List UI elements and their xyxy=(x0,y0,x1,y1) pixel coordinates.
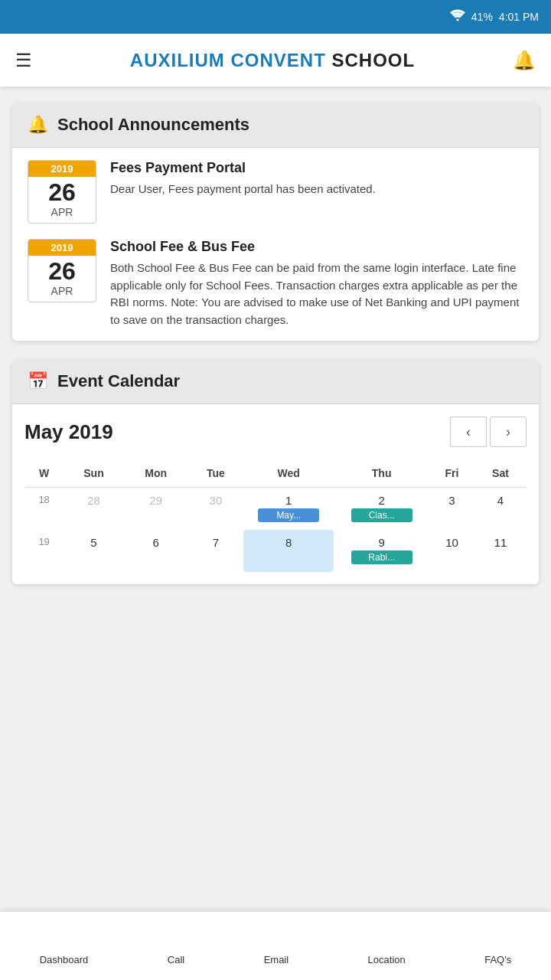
nav-dashboard[interactable]: Dashboard xyxy=(28,920,101,972)
date-badge-2: 2019 26 APR xyxy=(28,239,96,302)
time-display: 4:01 PM xyxy=(499,11,539,23)
day-badge-2: 26 xyxy=(28,256,96,283)
calendar-card: 📅 Event Calendar May 2019 ‹ › W Sun Mon … xyxy=(12,359,539,584)
bell-icon: 🔔 xyxy=(28,115,48,135)
announcement-item-2: 2019 26 APR School Fee & Bus Fee Both Sc… xyxy=(28,239,523,328)
calendar-col-header-mon: Mon xyxy=(124,459,188,488)
month-badge-2: APR xyxy=(28,283,96,302)
calendar-row-18: 18 28 29 30 1May... 2Clas... 3 4 xyxy=(24,488,527,531)
app-header: ☰ AUXILIUM CONVENT SCHOOL 🔔 xyxy=(0,34,551,87)
calendar-nav-buttons: ‹ › xyxy=(450,416,527,447)
calendar-day-11[interactable]: 11 xyxy=(474,530,527,572)
calendar-body: May 2019 ‹ › W Sun Mon Tue Wed Thu Fri xyxy=(12,404,539,584)
calendar-col-header-sat: Sat xyxy=(474,459,527,488)
year-badge-2: 2019 xyxy=(28,240,96,256)
nav-location-label: Location xyxy=(368,954,406,965)
calendar-icon: 📅 xyxy=(28,371,48,391)
announcements-title: School Announcements xyxy=(57,115,249,135)
announcement-content-2: School Fee & Bus Fee Both School Fee & B… xyxy=(110,239,523,328)
calendar-day-6[interactable]: 6 xyxy=(124,530,188,572)
calendar-day-2[interactable]: 2Clas... xyxy=(334,488,429,531)
calendar-prev-button[interactable]: ‹ xyxy=(450,416,487,447)
nav-location[interactable]: Location xyxy=(356,920,418,972)
nav-call[interactable]: Call xyxy=(155,920,197,972)
calendar-table: W Sun Mon Tue Wed Thu Fri Sat 18 28 xyxy=(24,459,527,572)
month-badge-1: APR xyxy=(28,204,96,223)
announcements-body: 2019 26 APR Fees Payment Portal Dear Use… xyxy=(12,148,539,341)
announcements-card: 🔔 School Announcements 2019 26 APR Fees … xyxy=(12,103,539,341)
calendar-col-header-tue: Tue xyxy=(188,459,244,488)
calendar-day-9[interactable]: 9Rabi... xyxy=(334,530,429,572)
menu-icon[interactable]: ☰ xyxy=(15,50,32,71)
main-content: 🔔 School Announcements 2019 26 APR Fees … xyxy=(0,87,551,679)
announcement-text-1: Dear User, Fees payment portal has been … xyxy=(110,181,376,198)
day-badge-1: 26 xyxy=(28,177,96,204)
announcement-text-2: Both School Fee & Bus Fee can be paid fr… xyxy=(110,260,523,328)
calendar-day-5[interactable]: 5 xyxy=(64,530,124,572)
calendar-col-header-sun: Sun xyxy=(64,459,124,488)
title-dark: SCHOOL xyxy=(326,50,415,70)
app-title: AUXILIUM CONVENT SCHOOL xyxy=(130,50,415,71)
notification-bell-icon[interactable]: 🔔 xyxy=(513,50,536,71)
signal-strength: 41% xyxy=(471,11,493,23)
nav-email[interactable]: Email xyxy=(252,920,302,972)
calendar-day-29[interactable]: 29 xyxy=(124,488,188,531)
bottom-navigation: Dashboard Call Email Location xyxy=(0,911,551,980)
week-num-19: 19 xyxy=(24,530,64,572)
calendar-col-header-wed: Wed xyxy=(243,459,334,488)
week-num-18: 18 xyxy=(24,488,64,531)
nav-faq[interactable]: ? FAQ's xyxy=(472,920,523,972)
calendar-day-30[interactable]: 30 xyxy=(188,488,244,531)
svg-point-0 xyxy=(456,18,458,21)
announcement-title-1: Fees Payment Portal xyxy=(110,160,376,176)
calendar-day-1[interactable]: 1May... xyxy=(243,488,334,531)
calendar-day-7[interactable]: 7 xyxy=(188,530,244,572)
calendar-navigation: May 2019 ‹ › xyxy=(24,416,527,447)
nav-faq-label: FAQ's xyxy=(484,954,511,965)
calendar-row-19: 19 5 6 7 8 9Rabi... 10 11 xyxy=(24,530,527,572)
status-bar: 41% 4:01 PM xyxy=(0,0,551,34)
wifi-icon xyxy=(450,9,465,24)
announcement-content-1: Fees Payment Portal Dear User, Fees paym… xyxy=(110,160,376,198)
calendar-day-8[interactable]: 8 xyxy=(243,530,334,572)
nav-dashboard-label: Dashboard xyxy=(40,954,89,965)
date-badge-1: 2019 26 APR xyxy=(28,160,96,224)
calendar-next-button[interactable]: › xyxy=(490,416,527,447)
calendar-day-10[interactable]: 10 xyxy=(429,530,474,572)
calendar-col-header-thu: Thu xyxy=(334,459,429,488)
announcement-item: 2019 26 APR Fees Payment Portal Dear Use… xyxy=(28,160,523,224)
nav-email-label: Email xyxy=(264,954,289,965)
calendar-header: 📅 Event Calendar xyxy=(12,359,539,404)
year-badge-1: 2019 xyxy=(28,161,96,177)
title-blue: AUXILIUM CONVENT xyxy=(130,50,326,70)
nav-call-label: Call xyxy=(168,954,184,965)
calendar-day-3[interactable]: 3 xyxy=(429,488,474,531)
calendar-day-4[interactable]: 4 xyxy=(474,488,527,531)
announcement-title-2: School Fee & Bus Fee xyxy=(110,239,523,255)
calendar-day-28[interactable]: 28 xyxy=(64,488,124,531)
calendar-col-header-fri: Fri xyxy=(429,459,474,488)
announcements-header: 🔔 School Announcements xyxy=(12,103,539,148)
calendar-month-year: May 2019 xyxy=(24,420,113,444)
calendar-col-header-w: W xyxy=(24,459,64,488)
calendar-title: Event Calendar xyxy=(57,371,180,391)
